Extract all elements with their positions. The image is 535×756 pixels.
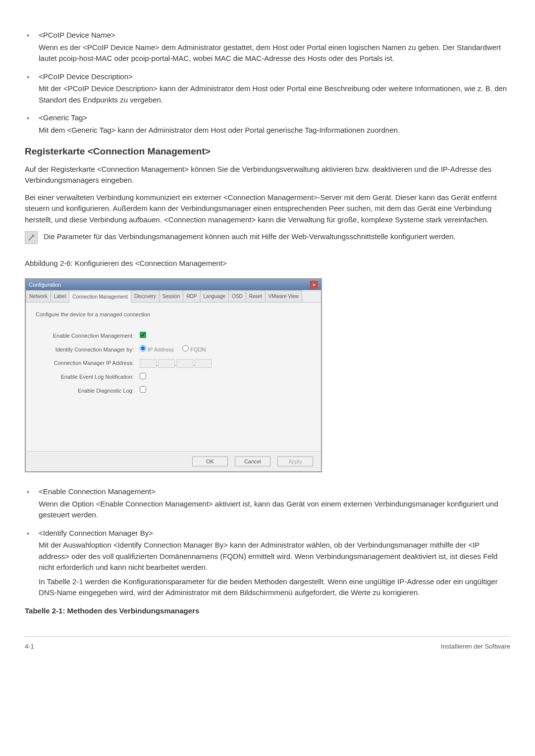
list-item: <Generic Tag> Mit dem <Generic Tag> kann… xyxy=(25,112,510,136)
radio-fqdn-text: FQDN xyxy=(190,347,206,353)
top-bullet-list: <PCoIP Device Name> Wenn es der <PCoIP D… xyxy=(25,30,510,136)
label-enable-cm: Enable Connection Management: xyxy=(36,332,140,340)
configuration-dialog: Configuration × Network Label Connection… xyxy=(25,278,322,473)
form-row-enable-cm: Enable Connection Management: xyxy=(36,332,311,341)
radio-ip-text: IP Address xyxy=(148,347,174,353)
tab-osd[interactable]: OSD xyxy=(228,290,246,302)
section-para: Auf der Registerkarte <Connection Manage… xyxy=(25,164,510,186)
item-title: <PCoIP Device Description> xyxy=(39,71,510,83)
section-para: Bei einer verwalteten Verbindung kommuni… xyxy=(25,192,510,226)
item-title: <Identify Connection Manager By> xyxy=(39,528,510,539)
list-item: <PCoIP Device Description> Mit der <PCoI… xyxy=(25,71,510,106)
item-body: Wenn es der <PCoIP Device Name> dem Admi… xyxy=(39,42,510,64)
item-body-extra: In Tabelle 2-1 werden die Konfigurations… xyxy=(39,576,510,599)
tab-session[interactable]: Session xyxy=(159,290,184,302)
radio-fqdn-label[interactable]: FQDN xyxy=(182,347,206,353)
item-title: <Enable Connection Management> xyxy=(39,486,510,498)
ip-octet-2[interactable] xyxy=(158,359,175,368)
ip-octet-4[interactable] xyxy=(195,359,212,368)
table-heading: Tabelle 2-1: Methoden des Verbindungsman… xyxy=(25,605,510,617)
dialog-titlebar: Configuration × xyxy=(26,279,321,291)
label-event-log: Enable Event Log Notification: xyxy=(36,373,140,381)
tab-discovery[interactable]: Discovery xyxy=(131,290,160,302)
label-ip-address: Connection Manager IP Address: xyxy=(36,359,140,367)
dialog-body: Configure the device for a managed conne… xyxy=(26,302,321,451)
list-item: <Enable Connection Management> Wenn die … xyxy=(25,486,510,521)
checkbox-event-log[interactable] xyxy=(140,373,146,379)
tab-vmware-view[interactable]: VMware View xyxy=(265,290,302,302)
ok-button[interactable]: OK xyxy=(192,456,228,466)
checkbox-enable-cm[interactable] xyxy=(140,332,146,338)
item-body: Mit der Auswahloption <Identify Connecti… xyxy=(39,540,510,573)
list-item: <Identify Connection Manager By> Mit der… xyxy=(25,528,510,599)
form-row-identify-by: Identify Connection Manager by: IP Addre… xyxy=(36,345,311,354)
tab-language[interactable]: Language xyxy=(200,290,229,302)
close-icon[interactable]: × xyxy=(310,281,318,289)
dialog-intro: Configure the device for a managed conne… xyxy=(36,310,311,319)
item-body: Wenn die Option <Enable Connection Manag… xyxy=(39,499,510,521)
tab-rdp[interactable]: RDP xyxy=(183,290,200,302)
list-item: <PCoIP Device Name> Wenn es der <PCoIP D… xyxy=(25,30,510,64)
note-icon xyxy=(25,231,38,244)
item-body: Mit dem <Generic Tag> kann der Administr… xyxy=(39,125,510,136)
note-block: Die Parameter für das Verbindungsmanagem… xyxy=(25,231,510,244)
label-diag-log: Enable Diagnostic Log: xyxy=(36,387,140,395)
tab-connection-management[interactable]: Connection Management xyxy=(69,291,131,302)
dialog-title: Configuration xyxy=(29,281,61,289)
tab-label[interactable]: Label xyxy=(51,290,69,302)
item-body: Mit der <PCoIP Device Description> kann … xyxy=(39,83,510,105)
radio-ip-label[interactable]: IP Address xyxy=(140,347,174,353)
figure-caption: Abbildung 2-6: Konfigurieren des <Connec… xyxy=(25,258,510,269)
apply-button[interactable]: Apply xyxy=(277,456,313,466)
label-identify-by: Identify Connection Manager by: xyxy=(36,346,140,354)
form-row-diag-log: Enable Diagnostic Log: xyxy=(36,386,311,395)
dialog-tabs: Network Label Connection Management Disc… xyxy=(26,290,321,302)
tab-reset[interactable]: Reset xyxy=(246,290,266,302)
section-heading: Registerkarte <Connection Management> xyxy=(25,145,510,159)
radio-fqdn[interactable] xyxy=(182,345,189,352)
bottom-bullet-list: <Enable Connection Management> Wenn die … xyxy=(25,486,510,599)
item-title: <PCoIP Device Name> xyxy=(39,30,510,41)
item-title: <Generic Tag> xyxy=(39,112,510,124)
dialog-footer: OK Cancel Apply xyxy=(26,451,321,471)
checkbox-diag-log[interactable] xyxy=(140,386,146,393)
footer-page-number: 4-1 xyxy=(25,642,34,652)
form-row-event-log: Enable Event Log Notification: xyxy=(36,373,311,382)
ip-octet-3[interactable] xyxy=(176,359,193,368)
cancel-button[interactable]: Cancel xyxy=(235,456,270,466)
radio-ip[interactable] xyxy=(140,345,146,352)
footer-section-title: Installieren der Software xyxy=(441,642,510,652)
form-row-ip-address: Connection Manager IP Address: ... xyxy=(36,359,311,368)
tab-network[interactable]: Network xyxy=(26,290,51,302)
note-text: Die Parameter für das Verbindungsmanagem… xyxy=(44,231,456,243)
page-footer: 4-1 Installieren der Software xyxy=(25,636,510,652)
ip-octet-1[interactable] xyxy=(140,359,157,368)
